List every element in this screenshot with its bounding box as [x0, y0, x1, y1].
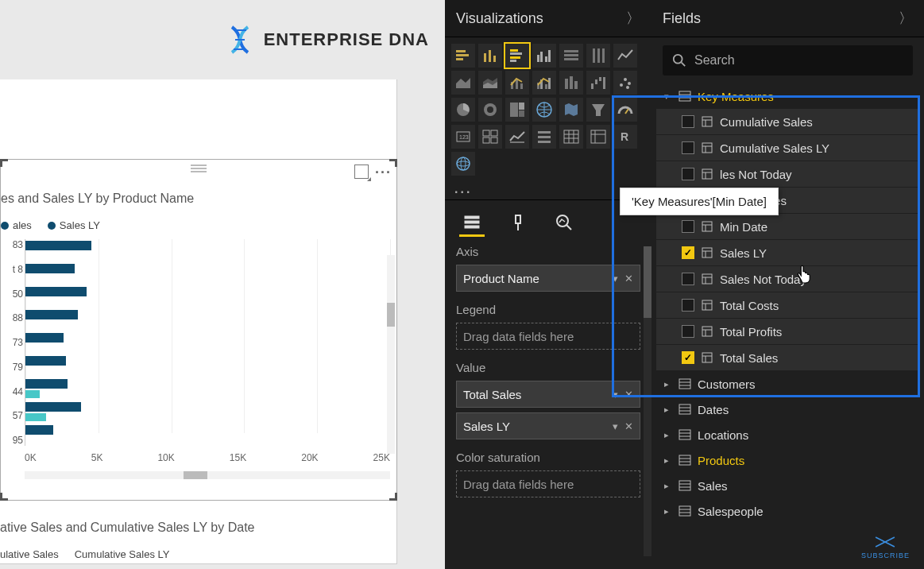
- remove-icon[interactable]: ✕: [624, 389, 633, 401]
- viz-pane-scrollbar[interactable]: [644, 246, 651, 556]
- bar-total-sales[interactable]: [25, 379, 68, 389]
- expand-arrow-icon[interactable]: ▸: [664, 481, 672, 491]
- table-key-measures[interactable]: ▾Key Measures: [656, 83, 919, 109]
- expand-arrow-icon[interactable]: ▸: [664, 506, 672, 517]
- expand-arrow-icon[interactable]: ▾: [664, 91, 672, 102]
- field-min-date[interactable]: Min Date: [656, 214, 919, 239]
- viz-r-icon[interactable]: R: [613, 125, 637, 149]
- fields-search-input[interactable]: Search: [663, 45, 913, 75]
- chart-h-scrollbar[interactable]: [25, 471, 390, 479]
- viz-clustered-column-icon[interactable]: [532, 44, 556, 68]
- field-checkbox[interactable]: [682, 246, 694, 259]
- viz-matrix-icon[interactable]: [586, 125, 610, 149]
- field-cumulative-sales-ly[interactable]: Cumulative Sales LY: [656, 135, 919, 161]
- table-sales[interactable]: ▸Sales: [656, 473, 919, 498]
- value-well-item-2[interactable]: Sales LY ▾✕: [456, 412, 640, 439]
- chevron-right-icon[interactable]: 〉: [626, 9, 640, 28]
- bar-total-sales[interactable]: [25, 356, 66, 366]
- remove-icon[interactable]: ✕: [624, 273, 633, 284]
- viz-stacked-column-icon[interactable]: [478, 44, 502, 68]
- expand-arrow-icon[interactable]: ▸: [664, 404, 672, 415]
- viz-line-stacked-column-icon[interactable]: [505, 71, 529, 95]
- viz-stacked-bar-icon[interactable]: [451, 44, 475, 68]
- legend-well-drop[interactable]: Drag data fields here: [456, 323, 640, 350]
- colorsat-well-drop[interactable]: Drag data fields here: [456, 470, 640, 497]
- chevron-right-icon[interactable]: 〉: [899, 9, 913, 28]
- field-checkbox[interactable]: [682, 141, 694, 154]
- bar-total-sales[interactable]: [25, 425, 53, 435]
- fields-pane-header[interactable]: Fields 〉: [651, 0, 924, 37]
- chevron-down-icon[interactable]: ▾: [613, 273, 618, 284]
- viz-card-icon[interactable]: 123: [451, 125, 475, 149]
- value-well-item-1[interactable]: Total Sales ▾✕: [456, 381, 640, 408]
- field-cumulative-sales[interactable]: Cumulative Sales: [656, 109, 919, 134]
- axis-well-item[interactable]: Product Name ▾✕: [456, 265, 640, 292]
- viz-filled-map-icon[interactable]: [559, 98, 583, 122]
- field-checkbox[interactable]: [682, 351, 694, 364]
- fields-tab[interactable]: [459, 208, 485, 237]
- chevron-down-icon[interactable]: ▾: [613, 420, 618, 432]
- viz-line-icon[interactable]: [613, 44, 637, 68]
- viz-slicer-icon[interactable]: [532, 125, 556, 149]
- bar-sales-ly[interactable]: [25, 390, 40, 398]
- format-tab[interactable]: [505, 208, 531, 237]
- field-total-profits[interactable]: Total Profits: [656, 319, 919, 344]
- bar-total-sales[interactable]: [25, 310, 78, 319]
- viz-treemap-icon[interactable]: [505, 98, 529, 122]
- viz-pie-icon[interactable]: [451, 98, 475, 122]
- viz-stacked-area-icon[interactable]: [478, 71, 502, 95]
- bar-chart-visual[interactable]: ··· es and Sales LY by Product Name ales…: [0, 159, 397, 501]
- bar-total-sales[interactable]: [25, 264, 75, 273]
- viz-pane-header[interactable]: Visualizations 〉: [445, 0, 651, 37]
- table-dates[interactable]: ▸Dates: [656, 397, 919, 422]
- bar-sales-ly[interactable]: [25, 413, 46, 421]
- field-checkbox[interactable]: [682, 325, 694, 338]
- field-total-costs[interactable]: Total Costs: [656, 292, 919, 318]
- viz-arcgis-icon[interactable]: [451, 152, 475, 176]
- viz-kpi-icon[interactable]: [505, 125, 529, 149]
- field-total-sales[interactable]: Total Sales: [656, 345, 919, 370]
- viz-clustered-bar-icon[interactable]: [505, 44, 529, 68]
- viz-100stacked-column-icon[interactable]: [586, 44, 610, 68]
- field-sales-ly[interactable]: Sales LY: [656, 240, 919, 265]
- focus-mode-icon[interactable]: [354, 165, 369, 179]
- expand-arrow-icon[interactable]: ▸: [664, 379, 672, 389]
- viz-ribbon-icon[interactable]: [559, 71, 583, 95]
- table-salespeople[interactable]: ▸Salespeople: [656, 498, 919, 524]
- field-checkbox[interactable]: [682, 115, 694, 128]
- bar-total-sales[interactable]: [25, 402, 81, 412]
- viz-table-icon[interactable]: [559, 125, 583, 149]
- expand-arrow-icon[interactable]: ▸: [664, 455, 672, 466]
- table-customers[interactable]: ▸Customers: [656, 371, 919, 397]
- viz-funnel-icon[interactable]: [586, 98, 610, 122]
- analytics-tab[interactable]: [551, 208, 577, 237]
- viz-donut-icon[interactable]: [478, 98, 502, 122]
- remove-icon[interactable]: ✕: [624, 420, 633, 432]
- field-checkbox[interactable]: [682, 168, 694, 180]
- chevron-down-icon[interactable]: ▾: [613, 389, 618, 401]
- viz-gauge-icon[interactable]: [613, 98, 637, 122]
- viz-map-icon[interactable]: [532, 98, 556, 122]
- viz-multi-card-icon[interactable]: [478, 125, 502, 149]
- field-checkbox[interactable]: [682, 299, 694, 312]
- field-checkbox[interactable]: [682, 273, 694, 285]
- bar-total-sales[interactable]: [25, 333, 64, 343]
- table-locations[interactable]: ▸Locations: [656, 422, 919, 447]
- drag-handle-icon[interactable]: [191, 165, 207, 172]
- field-sales-not-today[interactable]: Sales Not Today: [656, 266, 919, 292]
- x-axis-tick: 0K: [25, 452, 37, 463]
- field-cumulative-sales-not-today[interactable]: les Not Today: [656, 161, 919, 187]
- viz-100stacked-bar-icon[interactable]: [559, 44, 583, 68]
- bar-total-sales[interactable]: [25, 287, 87, 296]
- viz-scatter-icon[interactable]: [613, 71, 637, 95]
- more-options-icon[interactable]: ···: [375, 165, 392, 181]
- svg-rect-55: [483, 130, 489, 136]
- viz-line-clustered-column-icon[interactable]: [532, 71, 556, 95]
- viz-area-icon[interactable]: [451, 71, 475, 95]
- bar-total-sales[interactable]: [25, 241, 91, 250]
- viz-waterfall-icon[interactable]: [586, 71, 610, 95]
- chart-v-scrollbar[interactable]: [387, 255, 395, 454]
- expand-arrow-icon[interactable]: ▸: [664, 430, 672, 440]
- field-checkbox[interactable]: [682, 220, 694, 233]
- table-products[interactable]: ▸Products: [656, 447, 919, 473]
